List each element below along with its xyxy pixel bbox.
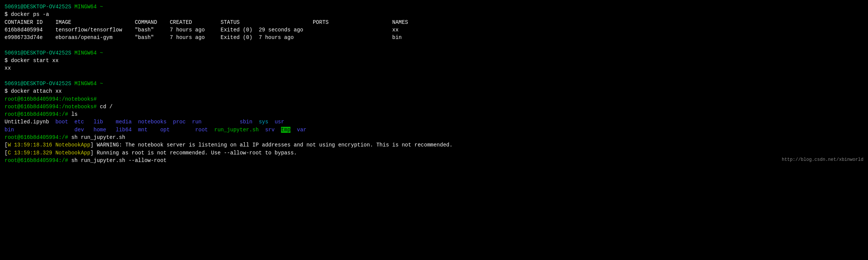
col-image: IMAGE (55, 19, 135, 25)
ls-etc: etc (75, 119, 93, 125)
root-cmd-cd: cd / (97, 104, 113, 110)
command-line-2: $ docker start xx (5, 57, 863, 64)
container-id-2: e9986733d74e (5, 34, 55, 40)
ls-var: var (290, 127, 306, 133)
root-prompt-1: root@616b8d405994:/notebooks# (5, 96, 97, 102)
ls-srv: srv (265, 127, 281, 133)
image-1: tensorflow/tensorflow (55, 27, 135, 33)
command-line-1: $ docker ps -a (5, 11, 863, 18)
prompt-tilde-2: ~ (100, 50, 103, 56)
ls-lib: lib (93, 119, 116, 125)
ls-home: home (93, 127, 116, 133)
col-names: NAMES (392, 19, 408, 25)
command-1: "bash" (135, 27, 169, 33)
prompt-user-2: 50691@DESKTOP-OV4252S (5, 50, 71, 56)
ls-untitled: Untitled.ipynb (5, 119, 55, 125)
col-status: STATUS (220, 19, 313, 25)
output-xx: xx (5, 64, 863, 72)
warn-bracket-2b: ] Running as root is not recommended. Us… (90, 150, 297, 156)
ls-boot: boot (55, 119, 74, 125)
image-2: eboraas/openai-gym (55, 34, 135, 40)
prompt-shell-1: MINGW64 (75, 4, 97, 10)
warn-level-1: W 13:59:18.316 NotebookApp (8, 142, 90, 148)
ls-root: root (195, 127, 214, 133)
output-text-xx: xx (5, 65, 11, 71)
table-row-1: 616b8d405994 tensorflow/tensorflow "bash… (5, 26, 863, 34)
names-1: xx (392, 27, 399, 33)
last-line-row: root@616b8d405994:/# sh run_jupyter.sh -… (5, 157, 863, 164)
ls-lib64: lib64 (116, 127, 138, 133)
terminal-window: 50691@DESKTOP-OV4252S MINGW64 ~ $ docker… (5, 3, 863, 164)
cmd-text-1: $ docker ps -a (5, 11, 49, 17)
ls-run: run (192, 119, 208, 125)
root-line-3: root@616b8d405994:/# ls (5, 111, 863, 118)
created-1: 7 hours ago (170, 27, 220, 33)
blank-2 (5, 72, 863, 80)
root-prompt-4: root@616b8d405994:/# (5, 134, 68, 140)
root-prompt-3: root@616b8d405994:/# (5, 111, 68, 117)
status-1: Exited (0) 29 seconds ago (220, 27, 313, 33)
col-command: COMMAND (135, 19, 169, 25)
root-line-1: root@616b8d405994:/notebooks# (5, 95, 863, 103)
ls-run-jupyter: run_jupyter.sh (214, 127, 265, 133)
ls-notebooks: notebooks (138, 119, 173, 125)
col-container-id: CONTAINER ID (5, 19, 55, 25)
ls-media: media (116, 119, 138, 125)
ls-output-2: bin dev home lib64 mnt opt root run_jupy… (5, 126, 863, 134)
prompt-user-3: 50691@DESKTOP-OV4252S (5, 81, 71, 87)
root-cmd-ls: ls (68, 111, 78, 117)
warning-line-2: [C 13:59:18.329 NotebookApp] Running as … (5, 149, 863, 157)
ls-proc: proc (173, 119, 192, 125)
prompt-line-1: 50691@DESKTOP-OV4252S MINGW64 ~ (5, 3, 863, 11)
ls-bin: bin (5, 127, 55, 133)
ls-sys: sys (259, 119, 268, 125)
status-2: Exited (0) 7 hours ago (220, 34, 313, 40)
prompt-tilde-1: ~ (100, 4, 103, 10)
ls-mnt: mnt (138, 127, 160, 133)
prompt-user-1: 50691@DESKTOP-OV4252S (5, 4, 71, 10)
warn-bracket-1b: ] WARNING: The notebook server is listen… (90, 142, 453, 148)
prompt-line-2: 50691@DESKTOP-OV4252S MINGW64 ~ (5, 49, 863, 57)
prompt-line-3: 50691@DESKTOP-OV4252S MINGW64 ~ (5, 80, 863, 87)
container-id-1: 616b8d405994 (5, 27, 55, 33)
names-2: bin (392, 34, 402, 40)
ls-opt: opt (160, 127, 195, 133)
table-header: CONTAINER ID IMAGE COMMAND CREATED STATU… (5, 19, 863, 26)
root-prompt-2: root@616b8d405994:/notebooks# (5, 104, 97, 110)
table-row-2: e9986733d74e eboraas/openai-gym "bash" 7… (5, 34, 863, 41)
ports-2 (313, 34, 392, 40)
ports-1 (313, 27, 392, 33)
ls-dev: dev (55, 127, 93, 133)
root-allow-root: root@616b8d405994:/# sh run_jupyter.sh -… (5, 157, 166, 164)
watermark-url: http://blog.csdn.net/xbinworld (782, 157, 863, 164)
root-prompt-5: root@616b8d405994:/# (5, 157, 68, 163)
cmd-text-3: $ docker attach xx (5, 88, 62, 94)
created-2: 7 hours ago (170, 34, 220, 40)
command-2: "bash" (135, 34, 169, 40)
col-ports: PORTS (313, 19, 392, 25)
warning-line-1: [W 13:59:18.316 NotebookApp] WARNING: Th… (5, 141, 863, 149)
root-cmd-allow-root: sh run_jupyter.sh --allow-root (68, 157, 166, 163)
blank-1 (5, 41, 863, 49)
ls-sbin: sbin (208, 119, 259, 125)
root-run-jupyter: root@616b8d405994:/# sh run_jupyter.sh (5, 134, 863, 141)
ls-usr: usr (268, 119, 284, 125)
root-line-2: root@616b8d405994:/notebooks# cd / (5, 103, 863, 111)
prompt-tilde-3: ~ (100, 81, 103, 87)
cmd-text-2: $ docker start xx (5, 58, 59, 64)
root-cmd-jupyter: sh run_jupyter.sh (68, 134, 125, 140)
prompt-shell-3: MINGW64 (75, 81, 97, 87)
col-created: CREATED (170, 19, 220, 25)
ls-tmp: tmp (281, 127, 290, 133)
ls-output-1: Untitled.ipynb boot etc lib media notebo… (5, 118, 863, 126)
command-line-3: $ docker attach xx (5, 87, 863, 95)
prompt-shell-2: MINGW64 (75, 50, 97, 56)
warn-level-2: C 13:59:18.329 NotebookApp (8, 150, 90, 156)
